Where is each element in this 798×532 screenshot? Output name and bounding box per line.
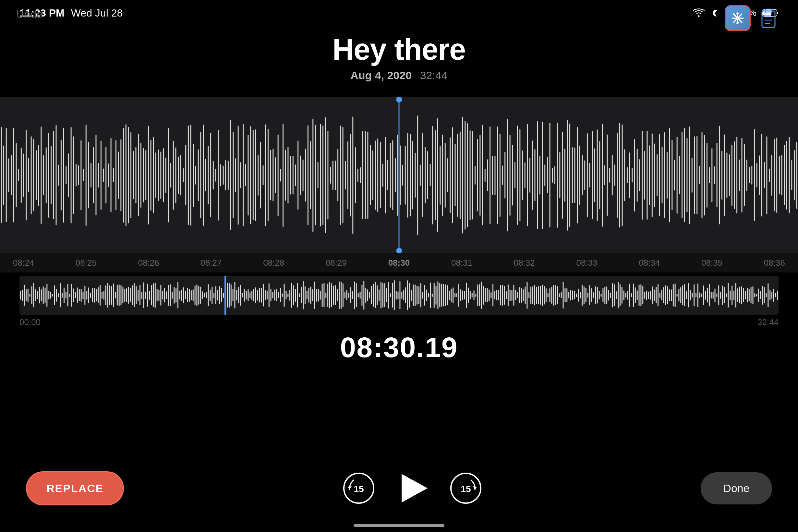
svg-rect-491: [310, 286, 311, 304]
svg-rect-118: [250, 126, 251, 224]
svg-rect-675: [660, 292, 661, 298]
svg-rect-549: [420, 283, 421, 307]
svg-rect-244: [565, 149, 565, 202]
svg-rect-198: [450, 137, 451, 213]
svg-rect-707: [720, 292, 721, 299]
svg-rect-457: [246, 291, 247, 299]
svg-rect-143: [312, 118, 314, 232]
svg-rect-352: [46, 284, 48, 307]
svg-rect-386: [111, 286, 112, 305]
skip-back-button[interactable]: 15: [343, 472, 375, 505]
svg-rect-547: [417, 286, 417, 305]
svg-rect-342: [27, 288, 28, 302]
svg-rect-64: [115, 140, 116, 210]
svg-rect-627: [568, 292, 569, 299]
svg-rect-39: [53, 131, 54, 219]
svg-rect-682: [673, 284, 674, 307]
recording-date: Aug 4, 2020: [350, 69, 412, 81]
waveform-container[interactable]: [0, 97, 798, 253]
svg-rect-165: [367, 131, 368, 218]
svg-rect-686: [680, 287, 681, 303]
svg-rect-364: [70, 293, 70, 297]
svg-rect-195: [442, 135, 443, 216]
svg-rect-485: [299, 293, 300, 297]
svg-rect-155: [343, 127, 344, 224]
time-label-7: 08:31: [451, 258, 472, 268]
svg-rect-337: [796, 142, 797, 209]
play-button[interactable]: [395, 470, 430, 506]
svg-rect-68: [126, 124, 127, 226]
svg-rect-180: [405, 146, 406, 205]
svg-rect-575: [470, 291, 471, 299]
svg-rect-322: [759, 155, 760, 195]
svg-rect-133: [287, 147, 288, 204]
svg-rect-721: [747, 288, 748, 303]
skip-forward-button[interactable]: 15: [450, 472, 482, 505]
svg-rect-708: [722, 285, 723, 305]
svg-rect-552: [426, 289, 427, 301]
svg-rect-460: [251, 291, 252, 300]
svg-rect-533: [390, 293, 391, 297]
svg-rect-586: [491, 292, 491, 298]
svg-rect-45: [68, 153, 69, 197]
svg-rect-224: [514, 162, 515, 188]
svg-rect-154: [340, 126, 341, 225]
svg-rect-388: [115, 292, 116, 299]
svg-rect-368: [77, 287, 78, 303]
playhead[interactable]: [399, 97, 400, 253]
svg-rect-728: [760, 291, 761, 299]
svg-rect-454: [240, 285, 241, 306]
svg-rect-327: [772, 155, 772, 196]
svg-rect-66: [120, 139, 121, 211]
svg-rect-132: [285, 150, 286, 201]
svg-rect-46: [71, 127, 72, 223]
svg-rect-464: [259, 288, 260, 303]
svg-rect-611: [538, 286, 539, 304]
done-button[interactable]: Done: [701, 472, 772, 505]
svg-rect-638: [589, 285, 590, 305]
mini-waveform-container[interactable]: [19, 276, 779, 315]
svg-rect-374: [88, 287, 89, 303]
svg-rect-637: [587, 292, 588, 298]
svg-rect-669: [648, 292, 649, 299]
svg-rect-250: [580, 145, 580, 205]
svg-rect-88: [175, 148, 176, 203]
clipboard-app-icon[interactable]: [757, 7, 780, 30]
svg-rect-256: [594, 148, 595, 202]
svg-rect-678: [665, 285, 666, 305]
svg-rect-116: [245, 164, 246, 187]
svg-rect-185: [417, 115, 418, 235]
svg-rect-668: [646, 291, 647, 300]
svg-rect-202: [460, 131, 461, 219]
svg-rect-391: [120, 285, 121, 305]
svg-rect-561: [443, 284, 444, 307]
snowflake-app-icon[interactable]: [725, 5, 750, 31]
waveform-canvas[interactable]: [0, 97, 798, 253]
svg-rect-21: [8, 158, 9, 192]
svg-rect-232: [534, 149, 535, 201]
svg-rect-341: [26, 289, 26, 301]
svg-rect-579: [477, 284, 478, 306]
svg-rect-175: [392, 140, 393, 210]
svg-rect-296: [694, 137, 695, 214]
svg-rect-92: [185, 145, 186, 205]
svg-rect-334: [789, 137, 790, 213]
svg-rect-34: [41, 127, 41, 224]
svg-rect-481: [291, 283, 292, 308]
replace-button[interactable]: REPLACE: [26, 471, 124, 506]
svg-rect-436: [206, 292, 207, 299]
svg-rect-615: [546, 288, 547, 302]
undo-button[interactable]: Undo: [16, 8, 42, 20]
svg-rect-286: [669, 128, 670, 222]
svg-rect-69: [128, 127, 129, 223]
svg-rect-357: [56, 289, 57, 302]
svg-rect-242: [559, 152, 560, 198]
svg-rect-717: [739, 287, 740, 304]
svg-rect-581: [481, 282, 482, 309]
svg-rect-235: [542, 122, 543, 229]
svg-rect-626: [566, 288, 567, 302]
svg-rect-383: [106, 285, 107, 305]
svg-rect-390: [119, 284, 120, 306]
svg-rect-706: [718, 285, 719, 305]
svg-rect-680: [669, 289, 670, 301]
